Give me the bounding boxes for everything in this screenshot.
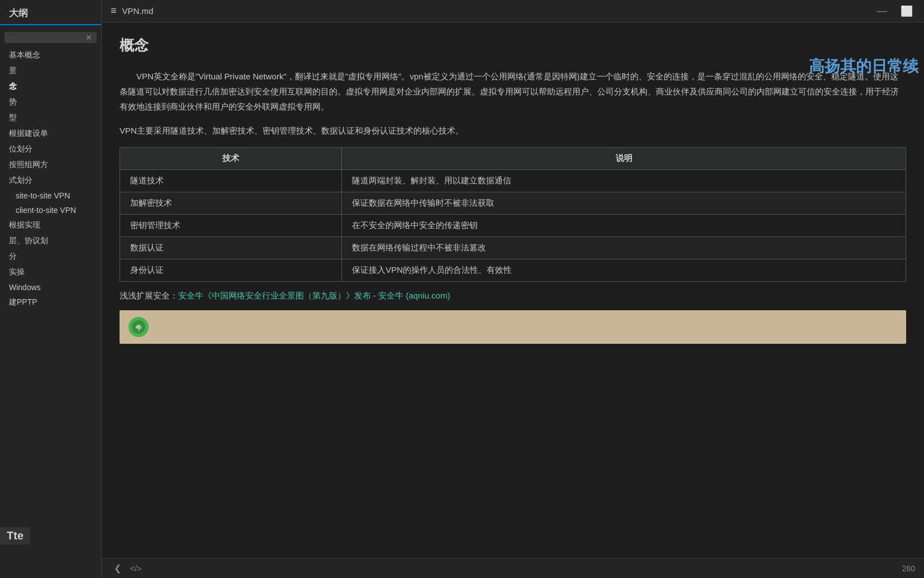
code-tag: </> <box>130 564 141 573</box>
bottombar: ❮ </> 260 <box>102 558 924 578</box>
table-cell-1-1: 保证数据在网络中传输时不被非法获取 <box>342 192 906 215</box>
sidebar-nav: 基本概念景念势型根据建设单位划分按照组网方式划分site-to-site VPN… <box>0 48 101 578</box>
sidebar-item-6[interactable]: 位划分 <box>0 141 101 157</box>
sidebar-item-4[interactable]: 型 <box>0 110 101 126</box>
table-header-desc: 说明 <box>342 148 906 170</box>
search-clear-button[interactable]: ✕ <box>84 33 93 42</box>
sidebar-item-2[interactable]: 念 <box>0 79 101 94</box>
table-header-tech: 技术 <box>120 148 342 170</box>
preview-area: 牛 <box>120 310 906 344</box>
sidebar-item-3[interactable]: 势 <box>0 94 101 110</box>
body-paragraph-1: VPN英文全称是"Virtual Private Network"，翻译过来就是… <box>120 69 906 114</box>
table-row: 密钥管理技术在不安全的网络中安全的传递密钥 <box>120 215 906 237</box>
content-area[interactable]: 高扬其的日常续 概念 VPN英文全称是"Virtual Private Netw… <box>102 22 924 558</box>
titlebar-left: ≡ VPN.md <box>111 5 153 17</box>
expand-text: 浅浅扩展安全：安全牛《中国网络安全行业全景图（第九版）》发布 - 安全牛 (aq… <box>120 291 906 301</box>
table-row: 数据认证数据在网络传输过程中不被非法篡改 <box>120 237 906 259</box>
tte-label: Tte <box>0 527 30 544</box>
search-input[interactable] <box>8 34 84 42</box>
bottombar-left: ❮ </> <box>111 562 141 575</box>
sidebar: 大纲 ✕ 基本概念景念势型根据建设单位划分按照组网方式划分site-to-sit… <box>0 0 102 578</box>
sidebar-item-0[interactable]: 基本概念 <box>0 48 101 63</box>
sidebar-item-7[interactable]: 按照组网方 <box>0 157 101 173</box>
sidebar-item-9[interactable]: site-to-site VPN <box>0 188 101 203</box>
sidebar-title: 大纲 <box>0 0 101 25</box>
table-cell-2-0: 密钥管理技术 <box>120 215 342 237</box>
sidebar-item-5[interactable]: 根据建设单 <box>0 126 101 141</box>
expand-prefix: 浅浅扩展安全： <box>120 291 178 300</box>
sidebar-search-container[interactable]: ✕ <box>4 32 97 43</box>
minimize-button[interactable]: — <box>875 5 889 17</box>
sidebar-item-13[interactable]: 分 <box>0 249 101 264</box>
titlebar: ≡ VPN.md — ⬜ <box>102 0 924 22</box>
table-row: 身份认证保证接入VPN的操作人员的合法性、有效性 <box>120 259 906 282</box>
table-cell-0-1: 隧道两端封装、解封装、用以建立数据通信 <box>342 170 906 192</box>
table-row: 加解密技术保证数据在网络中传输时不被非法获取 <box>120 192 906 215</box>
table-cell-2-1: 在不安全的网络中安全的传递密钥 <box>342 215 906 237</box>
sidebar-item-15[interactable]: Windows <box>0 280 101 295</box>
table-cell-1-0: 加解密技术 <box>120 192 342 215</box>
table-cell-0-0: 隧道技术 <box>120 170 342 192</box>
titlebar-filename: VPN.md <box>122 6 154 16</box>
sidebar-item-8[interactable]: 式划分 <box>0 173 101 188</box>
table-row: 隧道技术隧道两端封装、解封装、用以建立数据通信 <box>120 170 906 192</box>
section-title: 概念 <box>120 36 906 58</box>
table-cell-3-1: 数据在网络传输过程中不被非法篡改 <box>342 237 906 259</box>
preview-logo: 牛 <box>128 317 149 337</box>
restore-button[interactable]: ⬜ <box>898 5 915 17</box>
vpn-table: 技术 说明 隧道技术隧道两端封装、解封装、用以建立数据通信加解密技术保证数据在网… <box>120 147 906 282</box>
titlebar-right: — ⬜ <box>875 5 915 17</box>
page-number: 260 <box>902 564 915 573</box>
body-paragraph-2: VPN主要采用隧道技术、加解密技术、密钥管理技术、数据认证和身份认证技术的核心技… <box>120 123 906 138</box>
hamburger-icon[interactable]: ≡ <box>111 5 117 17</box>
sidebar-item-10[interactable]: client-to-site VPN <box>0 203 101 217</box>
sidebar-item-14[interactable]: 实操 <box>0 264 101 280</box>
table-cell-4-0: 身份认证 <box>120 259 342 282</box>
sidebar-item-16[interactable]: 建PPTP <box>0 295 101 310</box>
sidebar-item-11[interactable]: 根据实现 <box>0 217 101 233</box>
table-cell-3-0: 数据认证 <box>120 237 342 259</box>
table-cell-4-1: 保证接入VPN的操作人员的合法性、有效性 <box>342 259 906 282</box>
main-panel: ≡ VPN.md — ⬜ 高扬其的日常续 概念 VPN英文全称是"Virtual… <box>102 0 924 578</box>
sidebar-item-12[interactable]: 层、协议划 <box>0 233 101 249</box>
svg-text:牛: 牛 <box>136 324 142 331</box>
expand-link[interactable]: 安全牛《中国网络安全行业全景图（第九版）》发布 - 安全牛 (aqniu.com… <box>178 291 450 300</box>
prev-button[interactable]: ❮ <box>111 562 125 575</box>
sidebar-item-1[interactable]: 景 <box>0 63 101 79</box>
